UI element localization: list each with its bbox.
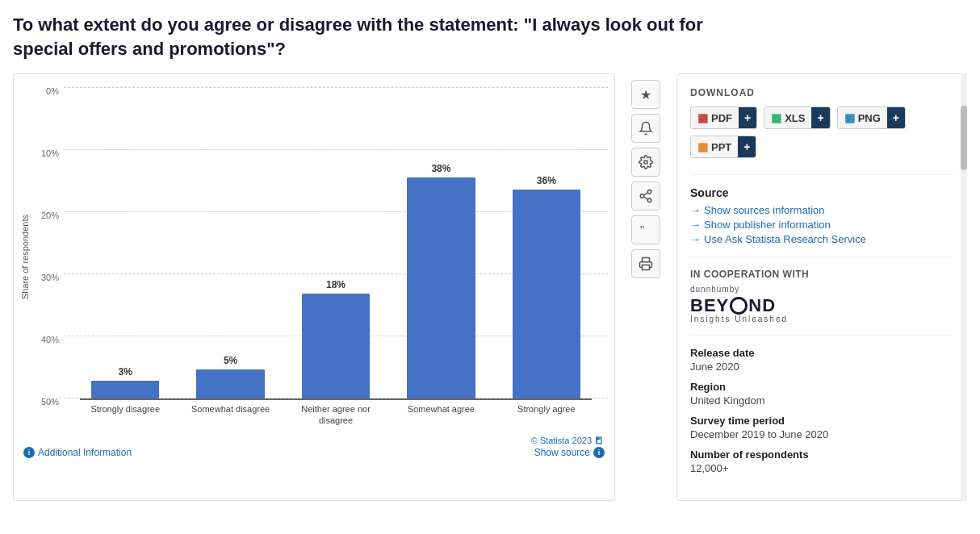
beyond-text: BEY [690,295,729,316]
bar-value-2: 5% [224,355,237,366]
cite-button[interactable]: " [631,215,660,244]
print-icon [639,257,653,271]
pdf-download-button[interactable]: ▦ PDF + [690,106,757,129]
download-title: DOWNLOAD [690,87,953,98]
svg-point-4 [647,190,651,194]
survey-period-value: December 2019 to June 2020 [690,428,953,440]
download-buttons: ▦ PDF + ▦ XLS + ▦ [690,106,953,158]
bar-group-3: 18% [291,279,381,398]
bar-group-5: 36% [501,175,592,398]
settings-button[interactable] [631,148,660,177]
scrollbar-thumb[interactable] [961,106,967,170]
source-title: Source [690,186,953,199]
y-tick: 40% [33,336,59,344]
share-button[interactable] [631,181,660,211]
respondents-section: Number of respondents 12,000+ [690,448,953,474]
bar-value-1: 3% [119,366,132,378]
xls-label: XLS [785,112,805,124]
sidebar-wrapper: DOWNLOAD ▦ PDF + ▦ XLS + [676,73,967,501]
png-icon: ▦ [844,111,855,124]
bar-2 [196,369,264,398]
dunnhumby-label: dunnhumby [690,285,953,294]
y-axis: 50% 40% 30% 20% 10% 0% [33,87,59,426]
x-label-2: Somewhat disagree [185,403,275,427]
show-sources-link[interactable]: → Show sources information [690,204,953,216]
flag-icon [595,436,605,445]
bar-value-5: 36% [537,175,556,186]
xls-plus: + [811,107,829,128]
survey-period-section: Survey time period December 2019 to June… [690,415,953,440]
nd-text: ND [748,295,776,316]
chart-section: Share of respondents 50% 40% 30% 20% 10%… [13,73,615,501]
show-sources-label: Show sources information [704,204,825,216]
ppt-plus: + [738,136,756,157]
bar-value-3: 18% [326,279,346,290]
xls-icon: ▦ [771,111,781,124]
ppt-download-button[interactable]: ▦ PPT + [690,136,756,158]
y-axis-label: Share of respondents [20,215,30,299]
y-tick: 50% [33,398,59,407]
gear-icon [639,155,653,169]
x-label-1: Strongly disagree [80,403,170,427]
bar-4 [407,177,475,398]
print-button[interactable] [631,249,660,278]
x-label-4: Somewhat agree [396,403,486,427]
svg-text:": " [640,223,645,236]
additional-info-label: Additional Information [38,447,132,458]
xls-download-button[interactable]: ▦ XLS + [764,106,830,129]
copyright-text: © Statista 2023 [531,436,592,445]
svg-line-8 [643,193,647,195]
svg-rect-10 [643,265,650,270]
y-tick: 20% [33,211,59,220]
bar-1 [91,381,159,398]
show-source-label: Show source [534,447,590,458]
bar-5 [513,190,580,398]
x-label-3: Neither agree nor disagree [291,403,381,427]
svg-point-3 [644,161,648,165]
release-date-value: June 2020 [690,361,953,373]
beyond-brand: BEY ND [690,295,953,316]
bar-value-4: 38% [431,163,450,174]
toolbar: ★ " [628,73,664,285]
page-title: To what extent do you agree or disagree … [13,13,739,60]
info-icon: i [23,447,35,458]
copyright: © Statista 2023 [531,436,605,445]
divider-1 [690,174,953,175]
release-date-label: Release date [690,347,953,359]
download-section: DOWNLOAD ▦ PDF + ▦ XLS + [690,87,953,158]
respondents-label: Number of respondents [690,448,953,461]
scrollbar-track[interactable] [961,73,967,501]
ask-statista-label: Use Ask Statista Research Service [704,233,866,245]
bar-group-4: 38% [396,163,486,398]
survey-period-label: Survey time period [690,415,953,427]
additional-info-link[interactable]: i Additional Information [23,447,132,458]
arrow-icon-3: → [690,233,701,245]
svg-point-5 [640,194,644,198]
respondents-value: 12,000+ [690,462,953,474]
chart-footer: i Additional Information © Statista 2023… [20,436,608,458]
show-source-link[interactable]: Show source i [534,447,605,458]
source-section: Source → Show sources information → Show… [690,186,953,245]
bar-group-1: 3% [80,366,170,398]
pdf-plus: + [739,107,756,128]
png-download-button[interactable]: ▦ PNG + [837,106,906,129]
release-date-section: Release date June 2020 [690,347,953,373]
beyond-subtitle: Insights Unleashed [690,315,953,323]
region-section: Region United Kingdom [690,381,953,407]
y-tick: 30% [33,273,59,282]
star-button[interactable]: ★ [631,80,660,109]
pdf-icon: ▦ [697,111,708,124]
show-publisher-link[interactable]: → Show publisher information [690,219,953,231]
ask-statista-link[interactable]: → Use Ask Statista Research Service [690,233,953,245]
beyond-logo: dunnhumby BEY ND Insights Unleashed [690,285,953,323]
bars-container: 3% 5% 18% [64,87,608,398]
show-publisher-label: Show publisher information [704,219,831,231]
ppt-icon: ▦ [697,140,708,153]
png-label: PNG [858,112,881,124]
svg-line-7 [643,198,647,200]
bell-button[interactable] [631,114,660,143]
cooperation-section: IN COOPERATION WITH dunnhumby BEY ND Ins… [690,269,953,323]
divider-3 [690,335,953,336]
pdf-label: PDF [711,112,732,124]
cooperation-title: IN COOPERATION WITH [690,269,953,280]
